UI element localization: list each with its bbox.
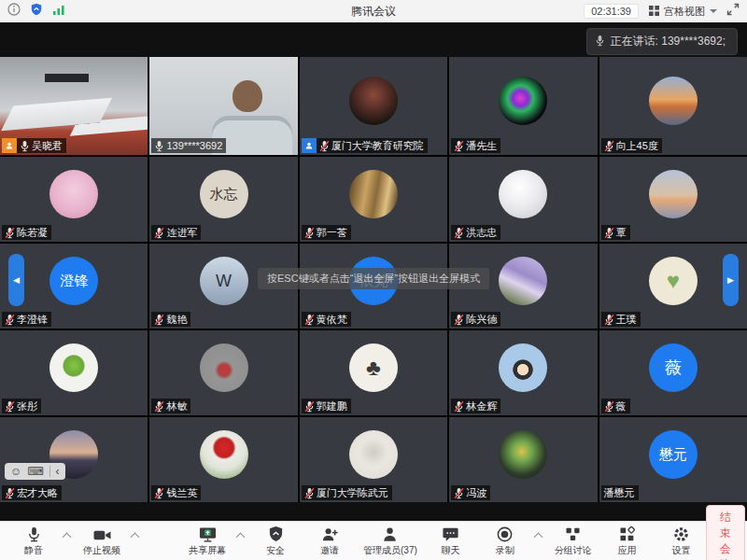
chevron-down-icon	[710, 9, 717, 13]
participant-tile[interactable]: 吴晓君	[0, 57, 148, 155]
participant-name: 吴晓君	[32, 138, 63, 153]
name-strip: 林敏	[151, 399, 190, 413]
now-speaking-text: 正在讲话: 139****3692;	[611, 34, 726, 49]
name-strip: 冯波	[451, 485, 490, 500]
participant-name: 覃	[616, 225, 627, 240]
participant-nametag: 吴晓君	[17, 138, 66, 153]
app-title: 腾讯会议	[351, 4, 396, 20]
participant-nametag: 魏艳	[151, 312, 190, 327]
name-strip: 吴晓君	[2, 138, 66, 153]
record-options-caret-icon[interactable]	[533, 533, 543, 542]
participant-name: 郭建鹏	[317, 399, 347, 413]
participant-nametag: 张彤	[2, 399, 41, 413]
name-strip: 林金辉	[451, 399, 500, 413]
participant-tile[interactable]: 向上45度	[599, 57, 747, 155]
participant-tile[interactable]: 覃	[599, 157, 747, 242]
stop-video-options-caret-icon[interactable]	[131, 533, 140, 542]
participant-tile[interactable]: ♣郭建鹏	[300, 330, 447, 415]
info-icon[interactable]	[7, 3, 21, 20]
keyboard-icon[interactable]: ⌨	[27, 465, 43, 478]
participant-name: 宏才大略	[17, 485, 58, 500]
participant-tile[interactable]: 林敏	[149, 330, 297, 415]
participant-tile[interactable]: 厦门大学教育研究院	[300, 57, 447, 155]
mic-muted-icon	[154, 314, 164, 326]
toolbar-center-group: 共享屏幕安全邀请管理成员(37)聊天录制分组讨论应用设置	[183, 525, 706, 557]
end-meeting-button[interactable]: 结束会议	[706, 505, 745, 560]
share-screen-options-caret-icon[interactable]	[236, 533, 246, 542]
participant-nametag: 厦门大学陈武元	[302, 485, 392, 500]
mic-muted-icon	[304, 487, 315, 499]
participant-nametag: 林金辉	[451, 399, 500, 413]
view-mode-label: 宫格视图	[664, 5, 705, 19]
participant-name: 黄依梵	[317, 312, 347, 327]
prev-page-arrow[interactable]: ◀	[8, 254, 24, 306]
participant-nametag: 宏才大略	[2, 485, 62, 500]
mic-muted-icon	[604, 227, 614, 239]
participant-avatar	[349, 170, 398, 218]
toolbar-stop-video-button[interactable]: 停止视频	[78, 525, 126, 557]
name-strip: 王璞	[601, 312, 641, 327]
participant-tile[interactable]: 冯波	[449, 417, 597, 502]
participant-tile[interactable]: ☺⌨‹宏才大略	[0, 417, 148, 502]
shield-icon[interactable]	[30, 3, 43, 20]
participant-tile[interactable]: 林金辉	[449, 330, 597, 415]
participant-avatar	[499, 170, 547, 218]
name-strip: 厦门大学教育研究院	[302, 138, 428, 153]
toolbar-settings-label: 设置	[672, 544, 691, 557]
toolbar-security-button[interactable]: 安全	[251, 525, 300, 557]
mic-muted-icon	[454, 400, 464, 413]
fullscreen-icon[interactable]	[726, 3, 740, 20]
breakout-icon	[564, 525, 582, 543]
mute-options-caret-icon[interactable]	[63, 533, 72, 542]
participant-name: 王璞	[616, 312, 637, 327]
participant-name: 冯波	[466, 485, 486, 500]
toolbar-mute-button[interactable]: 静音	[9, 525, 58, 557]
emoji-icon[interactable]: ☺	[10, 465, 21, 478]
name-strip: 潘懋元	[601, 485, 639, 500]
participant-avatar	[200, 430, 248, 479]
view-mode-selector[interactable]: 宫格视图	[648, 5, 717, 19]
toolbar-apps-button[interactable]: 应用	[603, 525, 652, 557]
participant-nametag: 厦门大学教育研究院	[317, 138, 428, 153]
participant-avatar: 水忘	[200, 170, 248, 218]
collapse-icon[interactable]: ‹	[56, 465, 60, 478]
participant-nametag: 陈兴德	[451, 312, 500, 327]
name-strip: 向上45度	[601, 138, 662, 153]
participant-nametag: 洪志忠	[451, 225, 500, 240]
participant-tile[interactable]: 洪志忠	[449, 157, 597, 242]
participant-avatar	[49, 170, 98, 218]
toolbar-chat-button[interactable]: 聊天	[427, 525, 475, 557]
now-speaking-toast: 正在讲话: 139****3692;	[586, 28, 738, 55]
participant-tile[interactable]: 钱兰英	[149, 417, 297, 502]
toolbar-record-button[interactable]: 录制	[481, 525, 529, 557]
name-strip: 钱兰英	[151, 485, 201, 500]
popup-divider	[49, 466, 50, 477]
mic-muted-icon	[304, 227, 315, 239]
participant-tile[interactable]: 潘先生	[449, 57, 597, 155]
toolbar-breakout-label: 分组讨论	[555, 544, 592, 557]
participant-name: 潘懋元	[604, 485, 635, 500]
reactions-popup[interactable]: ☺⌨‹	[5, 463, 65, 480]
participant-tile[interactable]: 139****3692	[149, 57, 297, 155]
participant-tile[interactable]: 张彤	[0, 330, 148, 415]
participant-tile[interactable]: 厦门大学陈武元	[300, 417, 447, 502]
name-strip: 郭一莟	[302, 225, 351, 240]
apps-icon	[618, 525, 636, 543]
toolbar-breakout-button[interactable]: 分组讨论	[549, 525, 598, 557]
toolbar-settings-button[interactable]: 设置	[657, 525, 706, 557]
members-icon	[381, 525, 399, 543]
next-page-arrow[interactable]: ▶	[723, 254, 739, 306]
toolbar-invite-button[interactable]: 邀请	[305, 525, 354, 557]
participant-tile[interactable]: 陈若凝	[0, 157, 148, 242]
participant-tile[interactable]: 水忘连进军	[149, 157, 297, 242]
participant-tile[interactable]: 郭一莟	[300, 157, 447, 242]
mic-muted-icon	[454, 487, 464, 499]
mic-on-icon	[154, 140, 164, 152]
participant-avatar	[349, 430, 398, 479]
participant-tile[interactable]: 薇薇	[599, 330, 747, 415]
toolbar-members-button[interactable]: 管理成员(37)	[359, 525, 421, 557]
participant-tile[interactable]: 懋元潘懋元	[599, 417, 747, 502]
participant-avatar	[200, 343, 248, 392]
toolbar-share-screen-button[interactable]: 共享屏幕	[183, 525, 232, 557]
participant-avatar	[649, 77, 698, 125]
